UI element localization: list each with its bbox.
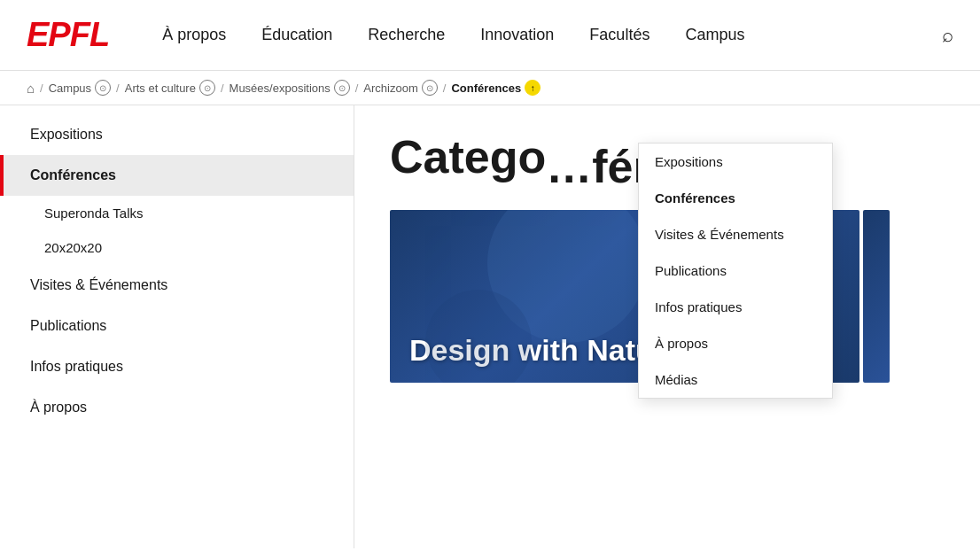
main-nav: À propos Éducation Recherche Innovation …	[162, 26, 942, 44]
breadcrumb-musees-label[interactable]: Musées/expositions	[229, 81, 331, 95]
dropdown-menu: Expositions Conférences Visites & Événem…	[638, 143, 833, 399]
dropdown-item-a-propos[interactable]: À propos	[639, 325, 832, 361]
breadcrumb-sep-0: /	[40, 81, 43, 95]
search-icon[interactable]: ⌕	[942, 24, 953, 47]
sidebar-item-conferences[interactable]: Conférences	[0, 155, 354, 196]
breadcrumb-campus-label[interactable]: Campus	[49, 81, 91, 95]
layout: Expositions Conférences Superonda Talks …	[0, 105, 980, 548]
breadcrumb-archizoom[interactable]: Archizoom ⊙	[363, 80, 437, 96]
dropdown-item-medias[interactable]: Médias	[639, 361, 832, 398]
breadcrumb-campus-circle[interactable]: ⊙	[95, 80, 111, 96]
breadcrumb-arts[interactable]: Arts et culture ⊙	[125, 80, 215, 96]
sidebar-item-a-propos[interactable]: À propos	[0, 387, 354, 428]
nav-item-education[interactable]: Éducation	[261, 26, 332, 44]
breadcrumb-sep-1: /	[116, 81, 120, 95]
breadcrumb-archizoom-label[interactable]: Archizoom	[363, 81, 417, 95]
nav-item-a-propos[interactable]: À propos	[162, 26, 226, 44]
breadcrumb-home[interactable]: ⌂	[27, 81, 35, 96]
breadcrumb-sep-4: /	[443, 81, 447, 95]
header: EPFL À propos Éducation Recherche Innova…	[0, 0, 980, 71]
dropdown-item-publications[interactable]: Publications	[639, 252, 832, 289]
dropdown-item-conferences[interactable]: Conférences	[639, 180, 832, 216]
epfl-logo[interactable]: EPFL	[27, 16, 109, 54]
breadcrumb-musees[interactable]: Musées/expositions ⊙	[229, 80, 350, 96]
dropdown-item-expositions[interactable]: Expositions	[639, 144, 832, 180]
nav-item-innovation[interactable]: Innovation	[480, 26, 554, 44]
breadcrumb-conferences[interactable]: Conférences ↑	[451, 80, 541, 96]
dropdown-item-infos[interactable]: Infos pratiques	[639, 289, 832, 325]
nav-item-facultes[interactable]: Facultés	[589, 26, 649, 44]
breadcrumb-campus[interactable]: Campus ⊙	[49, 80, 111, 96]
breadcrumb: ⌂ / Campus ⊙ / Arts et culture ⊙ / Musée…	[0, 71, 980, 105]
nav-item-campus[interactable]: Campus	[685, 26, 744, 44]
sidebar-item-visites[interactable]: Visites & Événements	[0, 265, 354, 306]
sidebar-item-expositions[interactable]: Expositions	[0, 114, 354, 155]
sidebar-item-publications[interactable]: Publications	[0, 306, 354, 346]
sidebar-item-infos[interactable]: Infos pratiques	[0, 346, 354, 387]
breadcrumb-sep-3: /	[355, 81, 359, 95]
breadcrumb-conferences-label: Conférences	[451, 81, 521, 95]
breadcrumb-archizoom-circle[interactable]: ⊙	[422, 80, 438, 96]
dropdown-item-visites[interactable]: Visites & Événements	[639, 216, 832, 252]
sidebar: Expositions Conférences Superonda Talks …	[0, 105, 354, 548]
sidebar-subitem-superonda[interactable]: Superonda Talks	[0, 196, 354, 230]
breadcrumb-musees-circle[interactable]: ⊙	[334, 80, 350, 96]
breadcrumb-arts-circle[interactable]: ⊙	[199, 80, 215, 96]
image-card-secondary[interactable]	[863, 210, 890, 383]
nav-item-recherche[interactable]: Recherche	[368, 26, 445, 44]
page-wrapper: EPFL À propos Éducation Recherche Innova…	[0, 0, 980, 551]
sidebar-subitem-20x20[interactable]: 20x20x20	[0, 230, 354, 265]
breadcrumb-conferences-circle[interactable]: ↑	[525, 80, 541, 96]
breadcrumb-arts-label[interactable]: Arts et culture	[125, 81, 196, 95]
breadcrumb-sep-2: /	[221, 81, 224, 95]
